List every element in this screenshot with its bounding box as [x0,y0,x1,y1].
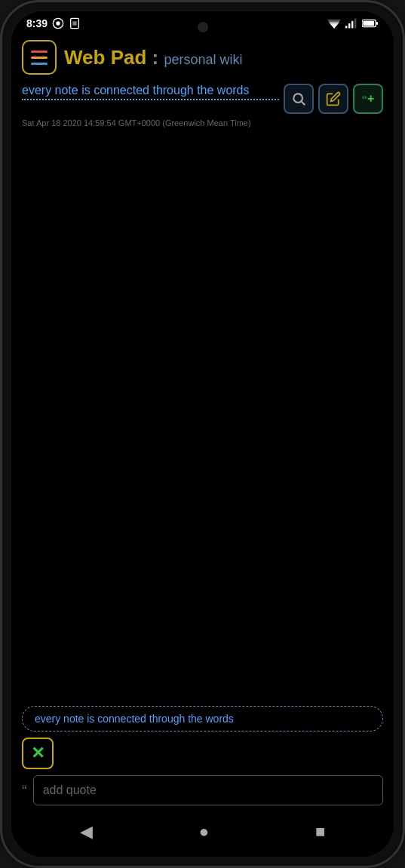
svg-rect-9 [348,23,350,28]
app-title: Web Pad : personal wiki [64,46,243,69]
svg-point-15 [293,94,302,103]
svg-line-16 [302,102,305,106]
timestamp: Sat Apr 18 2020 14:59:54 GMT+0000 (Green… [22,118,383,127]
edit-icon [326,91,341,106]
search-result[interactable]: every note is connected through the word… [22,706,383,732]
note-title: every note is connected through the word… [22,84,279,100]
back-button[interactable]: ◀ [68,819,105,845]
title-separator: : [152,46,164,69]
wifi-icon [327,18,341,29]
status-left-icons: 8:39 [26,17,81,29]
camera-notch [198,22,208,32]
menu-line-1 [31,51,48,53]
bottom-panel: every note is connected through the word… [11,698,394,810]
x-icon: ✕ [31,745,44,762]
quote-input-row: “ [22,775,383,805]
svg-rect-8 [345,26,347,28]
bottom-nav: ◀ ● ■ [11,810,394,857]
close-button[interactable]: ✕ [22,738,54,769]
title-wiki: personal wiki [164,52,242,67]
svg-rect-11 [354,19,356,29]
note-title-row: every note is connected through the word… [22,84,383,114]
status-time: 8:39 [26,17,48,29]
svg-rect-14 [363,21,374,26]
svg-rect-3 [72,21,76,25]
svg-point-1 [56,21,60,25]
quote-input[interactable] [33,775,383,805]
menu-line-3 [31,63,48,65]
battery-icon [362,19,379,28]
status-right-icons [327,18,379,29]
search-button[interactable] [284,84,314,114]
app-content: Web Pad : personal wiki every note is co… [11,32,394,857]
svg-rect-13 [376,22,378,25]
hamburger-icon [31,51,48,65]
app-header: Web Pad : personal wiki [11,32,394,81]
search-icon [291,91,306,106]
activity-icon [52,17,64,29]
title-webpad: Web Pad [64,46,146,69]
svg-rect-10 [351,21,353,29]
sim-icon [69,17,81,29]
recent-button[interactable]: ■ [303,819,337,845]
edit-button[interactable] [318,84,348,114]
svg-marker-7 [331,25,338,29]
signal-icon [345,18,357,29]
home-button[interactable]: ● [187,819,221,845]
plus-icon: + [367,92,374,106]
menu-button[interactable] [22,40,57,75]
main-area [11,133,394,698]
phone-screen: 8:39 [11,11,394,857]
add-quote-button[interactable]: “ + [353,84,383,114]
close-btn-row: ✕ [22,738,383,769]
quote-left-icon: “ [22,782,27,799]
status-bar: 8:39 [11,11,394,32]
menu-line-2 [31,57,48,59]
note-actions: “ + [284,84,383,114]
quote-icon: “ [362,93,367,106]
phone-device: 8:39 [0,0,405,868]
note-section: every note is connected through the word… [11,81,394,133]
